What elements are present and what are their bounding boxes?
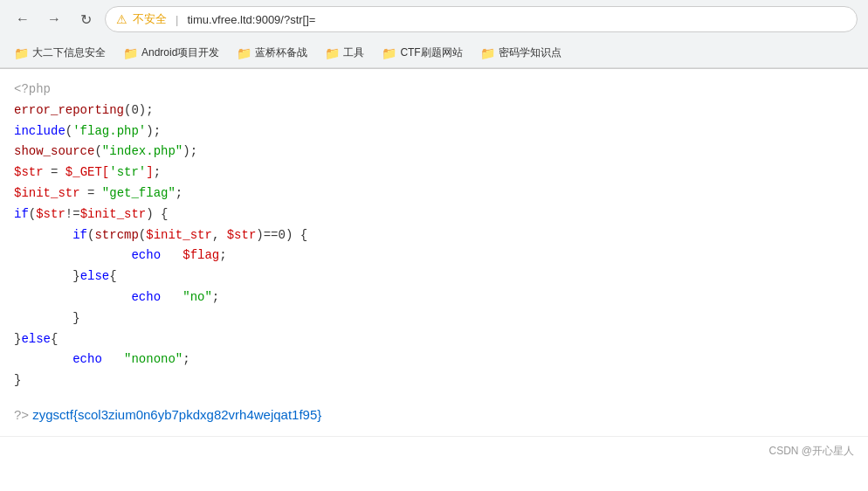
keyword-else-1: else (80, 269, 110, 283)
code-line-3: include('flag.php'); (14, 121, 854, 142)
bookmark-item-4[interactable]: 📁 工具 (318, 42, 371, 64)
keyword-if-2: if (72, 228, 87, 242)
code-line-9: echo $flag; (14, 246, 854, 266)
code-line-13: }else{ (14, 329, 854, 350)
security-label: 不安全 (133, 11, 167, 27)
footer-text: CSDN @开心星人 (768, 445, 854, 457)
string-nonono: "nonono" (124, 352, 183, 366)
code-line-8: if(strcmp($init_str, $str)==0) { (14, 225, 854, 246)
folder-icon: 📁 (382, 46, 396, 60)
code-line-14: echo "nonono"; (14, 349, 854, 370)
security-warning-icon: ⚠ (116, 12, 127, 26)
bookmark-item-3[interactable]: 📁 蓝桥杯备战 (230, 42, 314, 64)
bookmark-label: 大二下信息安全 (32, 45, 106, 60)
string-str-key: 'str' (109, 165, 146, 179)
var-get: $_GET[ (65, 165, 109, 179)
address-bar[interactable]: ⚠ 不安全 | timu.vfree.ltd:9009/?str[]= (105, 6, 858, 32)
bookmark-label: CTF刷题网站 (400, 45, 462, 60)
back-button[interactable]: ← (10, 7, 35, 31)
code-line-4: show_source("index.php"); (14, 142, 854, 163)
code-line-6: $init_str = "get_flag"; (14, 183, 854, 204)
bookmark-label: 密码学知识点 (499, 45, 561, 60)
code-line-7: if($str!=$init_str) { (14, 204, 854, 225)
php-close-tag: ?> (14, 407, 29, 422)
code-line-10: }else{ (14, 266, 854, 287)
code-line-2: error_reporting(0); (14, 100, 854, 121)
footer: CSDN @开心星人 (0, 436, 868, 466)
bookmark-item-1[interactable]: 📁 大二下信息安全 (7, 42, 113, 64)
var-str: $str (14, 165, 44, 179)
function-show-source: show_source (14, 144, 94, 158)
keyword-echo-2: echo (131, 290, 161, 304)
string-index-php: "index.php" (102, 144, 183, 158)
folder-icon: 📁 (325, 46, 340, 60)
keyword-else-2: else (21, 332, 51, 346)
code-line-15: } (14, 370, 854, 391)
keyword-echo-1: echo (131, 248, 161, 262)
keyword-if-1: if (14, 207, 29, 221)
keyword-include: include (14, 124, 65, 138)
bookmark-label: 工具 (343, 45, 364, 60)
bookmark-item-2[interactable]: 📁 Android项目开发 (116, 42, 226, 64)
toolbar: ← → ↻ ⚠ 不安全 | timu.vfree.ltd:9009/?str[]… (0, 0, 868, 38)
code-line-1: <?php (14, 80, 854, 100)
bookmark-label: 蓝桥杯备战 (255, 45, 307, 60)
string-get-flag: "get_flag" (102, 186, 176, 200)
reload-button[interactable]: ↻ (73, 7, 98, 31)
flag-output: zygsctf{scol3zium0n6yb7pkdxg82vrh4wejqat… (29, 407, 321, 422)
page-content: <?php error_reporting(0); include('flag.… (0, 69, 868, 436)
var-init-str: $init_str (14, 186, 80, 200)
string-flag-php: 'flag.php' (72, 124, 146, 138)
function-strcmp: strcmp (94, 228, 138, 242)
folder-icon: 📁 (480, 46, 495, 60)
bookmark-item-6[interactable]: 📁 密码学知识点 (473, 42, 568, 64)
url-text: timu.vfree.ltd:9009/?str[]= (187, 13, 315, 26)
bookmarks-bar: 📁 大二下信息安全 📁 Android项目开发 📁 蓝桥杯备战 📁 工具 📁 C… (0, 38, 868, 68)
code-block: <?php error_reporting(0); include('flag.… (14, 80, 854, 391)
var-flag: $flag (183, 248, 219, 262)
forward-button[interactable]: → (42, 7, 66, 31)
browser-chrome: ← → ↻ ⚠ 不安全 | timu.vfree.ltd:9009/?str[]… (0, 0, 868, 69)
code-line-11: echo "no"; (14, 287, 854, 308)
code-line-5: $str = $_GET['str']; (14, 163, 854, 183)
folder-icon: 📁 (123, 46, 138, 60)
keyword-echo-3: echo (72, 352, 102, 366)
function-error-reporting: error_reporting (14, 103, 124, 117)
bookmark-item-5[interactable]: 📁 CTF刷题网站 (375, 42, 469, 64)
folder-icon: 📁 (14, 46, 29, 60)
php-open-tag: <?php (14, 82, 51, 96)
bookmark-label: Android项目开发 (141, 45, 219, 60)
folder-icon: 📁 (237, 46, 251, 60)
code-line-12: } (14, 308, 854, 329)
separator: | (176, 13, 178, 26)
output-line: ?> zygsctf{scol3zium0n6yb7pkdxg82vrh4wej… (14, 407, 854, 422)
string-no: "no" (183, 290, 212, 304)
